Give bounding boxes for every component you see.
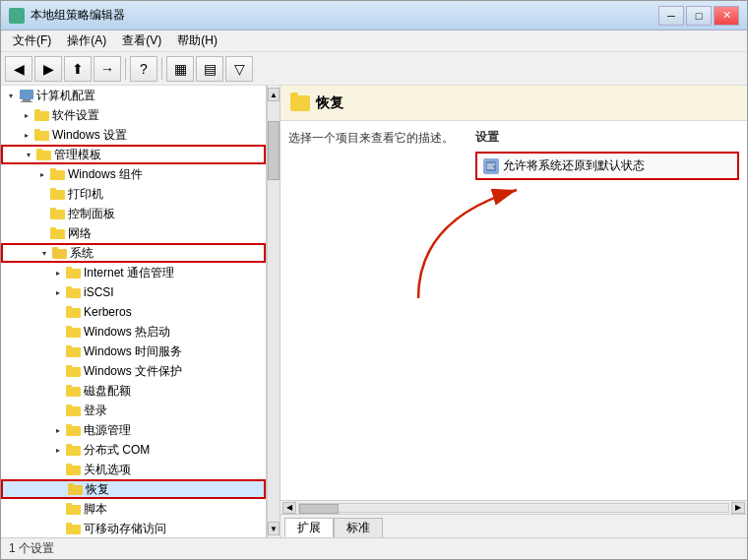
scroll-down-button[interactable]: ▼: [268, 522, 280, 535]
tree-scrollbar[interactable]: ▲ ▼: [267, 86, 280, 537]
minimize-button[interactable]: ─: [658, 6, 684, 26]
svg-rect-7: [36, 151, 51, 160]
folder-icon: [66, 343, 82, 359]
up-button[interactable]: ⬆: [64, 56, 92, 82]
tree-item-internet[interactable]: ▸ Internet 通信管理: [1, 263, 266, 282]
svg-rect-4: [34, 109, 40, 112]
folder-icon: [66, 442, 82, 458]
tree-item-admin-templates[interactable]: ▾ 管理模板: [1, 145, 266, 164]
tree-item-windows-settings[interactable]: ▸ Windows 设置: [1, 125, 266, 145]
toolbar-separator-1: [125, 58, 126, 80]
tree-item-time-service[interactable]: Windows 时间服务: [1, 342, 266, 361]
svg-rect-17: [52, 249, 67, 259]
scroll-thumb[interactable]: [268, 121, 280, 180]
main-content: ▾ 计算机配置 ▸: [1, 86, 747, 537]
close-button[interactable]: ✕: [714, 6, 739, 26]
folder-icon: [66, 363, 82, 379]
filter-button[interactable]: ▽: [225, 56, 253, 82]
svg-rect-37: [66, 446, 81, 456]
menu-view[interactable]: 查看(V): [114, 31, 169, 51]
tree-item-shutdown[interactable]: 关机选项: [1, 460, 266, 479]
main-window: 本地组策略编辑器 ─ □ ✕ 文件(F) 操作(A) 查看(V) 帮助(H) ◀…: [0, 0, 748, 560]
settings-item-text-0: 允许将系统还原到默认状态: [503, 157, 645, 174]
back-button[interactable]: ◀: [5, 56, 32, 82]
folder-icon: [34, 127, 50, 143]
tree-item-iscsi[interactable]: ▸ iSCSI: [1, 282, 266, 302]
header-folder-icon: [290, 95, 310, 111]
folder-icon: [66, 383, 82, 399]
svg-rect-43: [66, 505, 81, 515]
tree-item-network[interactable]: 网络: [1, 223, 266, 243]
menu-action[interactable]: 操作(A): [59, 31, 114, 51]
menu-help[interactable]: 帮助(H): [169, 31, 225, 51]
tab-standard[interactable]: 标准: [334, 518, 383, 537]
tab-expand[interactable]: 扩展: [284, 518, 334, 537]
h-scroll-thumb[interactable]: [299, 504, 339, 514]
tree-item-control-panel[interactable]: 控制面板: [1, 204, 266, 223]
svg-rect-18: [52, 247, 58, 250]
tree-item-printer[interactable]: 打印机: [1, 184, 266, 204]
tree-item-system[interactable]: ▾ 系统: [1, 243, 266, 263]
svg-rect-26: [66, 326, 72, 329]
tree-label: 分布式 COM: [84, 442, 150, 459]
expand-arrow: ▸: [19, 127, 34, 143]
tree-label: 计算机配置: [36, 88, 95, 104]
tree-item-disk-quota[interactable]: 磁盘配额: [1, 381, 266, 401]
scroll-right-button[interactable]: ▶: [731, 502, 745, 514]
description-area: 选择一个项目来查看它的描述。: [288, 129, 466, 492]
svg-rect-1: [23, 99, 31, 101]
tree-label: 系统: [70, 245, 94, 262]
settings-label: 设置: [475, 129, 739, 146]
tree-item-file-protect[interactable]: Windows 文件保护: [1, 361, 266, 381]
svg-rect-45: [66, 525, 81, 534]
window-title: 本地组策略编辑器: [31, 7, 125, 24]
tree-item-hot-start[interactable]: Windows 热启动: [1, 322, 266, 342]
scroll-up-button[interactable]: ▲: [268, 88, 280, 101]
scroll-left-button[interactable]: ◀: [282, 502, 296, 514]
view-button2[interactable]: ▤: [196, 56, 223, 82]
tree-item-computer-config[interactable]: ▾ 计算机配置: [1, 86, 266, 105]
view-button1[interactable]: ▦: [166, 56, 194, 82]
status-text: 1 个设置: [9, 540, 54, 557]
expand-arrow: ▾: [36, 245, 52, 261]
svg-rect-29: [66, 367, 81, 377]
tree-item-removable-storage[interactable]: 可移动存储访问: [1, 519, 266, 537]
policy-icon: [483, 158, 499, 174]
svg-rect-36: [66, 424, 72, 427]
svg-rect-27: [66, 347, 81, 357]
svg-rect-30: [66, 365, 72, 368]
forward-button[interactable]: ▶: [34, 56, 62, 82]
svg-rect-33: [66, 406, 81, 416]
svg-rect-44: [66, 503, 72, 506]
folder-icon: [34, 107, 50, 123]
menu-file[interactable]: 文件(F): [5, 31, 59, 51]
expand-arrow: ▸: [19, 107, 34, 123]
maximize-button[interactable]: □: [686, 6, 712, 26]
help-button[interactable]: ?: [130, 56, 157, 82]
svg-rect-6: [34, 129, 40, 132]
tree-label: 登录: [84, 403, 107, 419]
tree-label: Windows 文件保护: [84, 363, 182, 380]
right-panel: 恢复 选择一个项目来查看它的描述。 设置: [280, 86, 747, 537]
svg-rect-0: [20, 90, 33, 99]
tree-label: 可移动存储访问: [84, 521, 166, 537]
tree-item-login[interactable]: 登录: [1, 401, 266, 420]
tree-panel[interactable]: ▾ 计算机配置 ▸: [1, 86, 267, 537]
tree-item-scripts[interactable]: 脚本: [1, 499, 266, 519]
tree-item-windows-components[interactable]: ▸ Windows 组件: [1, 164, 266, 184]
svg-rect-15: [50, 229, 65, 239]
horizontal-scrollbar[interactable]: ◀ ▶: [280, 500, 747, 514]
tree-item-kerberos[interactable]: Kerberos: [1, 302, 266, 322]
tree-item-distributed-com[interactable]: ▸ 分布式 COM: [1, 440, 266, 460]
expand-arrow: ▸: [50, 442, 66, 458]
tree-label: Internet 通信管理: [84, 265, 174, 281]
tree-item-power[interactable]: ▸ 电源管理: [1, 420, 266, 440]
tree-item-software[interactable]: ▸ 软件设置: [1, 105, 266, 125]
settings-item-0[interactable]: 允许将系统还原到默认状态: [475, 152, 739, 180]
folder-icon: [68, 481, 84, 497]
svg-rect-42: [68, 483, 74, 486]
tree-item-recovery[interactable]: 恢复: [1, 479, 266, 499]
folder-icon: [66, 403, 82, 418]
folder-icon: [66, 284, 82, 300]
next-button[interactable]: →: [94, 56, 121, 82]
